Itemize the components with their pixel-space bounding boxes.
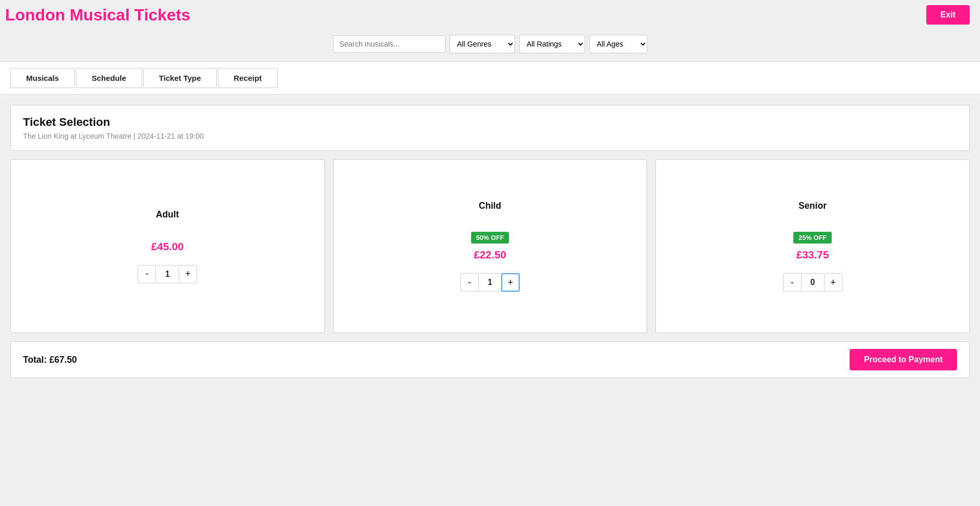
- adult-increase-button[interactable]: +: [179, 265, 197, 283]
- footer-bar: Total: £67.50 Proceed to Payment: [10, 341, 970, 378]
- exit-button[interactable]: Exit: [926, 5, 970, 25]
- senior-decrease-button[interactable]: -: [783, 273, 801, 292]
- tab-schedule[interactable]: Schedule: [76, 68, 142, 88]
- ticket-cards: Adult £45.00 - 1 + Child 50% OFF £22.50 …: [10, 159, 970, 333]
- senior-quantity-display: 0: [801, 273, 824, 292]
- age-filter[interactable]: All Ages Children Adult Senior: [589, 35, 648, 53]
- adult-ticket-title: Adult: [156, 209, 179, 220]
- adult-ticket-price: £45.00: [151, 240, 184, 253]
- senior-ticket-price: £33.75: [796, 249, 829, 261]
- senior-increase-button[interactable]: +: [824, 273, 842, 292]
- main-content: Ticket Selection The Lion King at Lyceum…: [0, 95, 980, 388]
- genre-filter[interactable]: All Genres Drama Comedy Musical Opera: [450, 35, 515, 53]
- proceed-to-payment-button[interactable]: Proceed to Payment: [850, 349, 957, 370]
- adult-quantity-display: 1: [156, 265, 179, 283]
- ticket-selection-subtitle: The Lion King at Lyceum Theatre | 2024-1…: [23, 132, 957, 140]
- total-label: Total: £67.50: [23, 355, 77, 365]
- adult-quantity-control: - 1 +: [138, 265, 197, 283]
- header: London Musical Tickets Exit: [0, 0, 980, 30]
- child-quantity-display: 1: [479, 273, 501, 292]
- senior-discount-badge: 25% OFF: [793, 232, 832, 244]
- search-area: All Genres Drama Comedy Musical Opera Al…: [0, 30, 980, 61]
- tab-ticket-type[interactable]: Ticket Type: [143, 68, 217, 88]
- child-ticket-title: Child: [479, 201, 501, 211]
- rating-filter[interactable]: All Ratings G PG 12A 15 18: [519, 35, 585, 53]
- adult-decrease-button[interactable]: -: [138, 265, 156, 283]
- senior-quantity-control: - 0 +: [783, 273, 842, 292]
- senior-ticket-title: Senior: [798, 201, 827, 211]
- child-decrease-button[interactable]: -: [460, 273, 479, 292]
- child-increase-button[interactable]: +: [501, 273, 520, 292]
- search-input[interactable]: [333, 35, 446, 53]
- senior-ticket-card: Senior 25% OFF £33.75 - 0 +: [655, 159, 970, 333]
- child-quantity-control: - 1 +: [460, 273, 520, 292]
- child-discount-badge: 50% OFF: [471, 232, 509, 244]
- ticket-selection-title: Ticket Selection: [23, 116, 957, 129]
- tab-receipt[interactable]: Receipt: [218, 68, 278, 88]
- tab-musicals[interactable]: Musicals: [10, 68, 75, 88]
- app-title: London Musical Tickets: [5, 6, 190, 25]
- adult-ticket-card: Adult £45.00 - 1 +: [10, 159, 325, 333]
- tabs-bar: Musicals Schedule Ticket Type Receipt: [0, 61, 980, 95]
- child-ticket-card: Child 50% OFF £22.50 - 1 +: [333, 159, 648, 333]
- child-ticket-price: £22.50: [474, 249, 506, 261]
- ticket-selection-header: Ticket Selection The Lion King at Lyceum…: [10, 105, 970, 151]
